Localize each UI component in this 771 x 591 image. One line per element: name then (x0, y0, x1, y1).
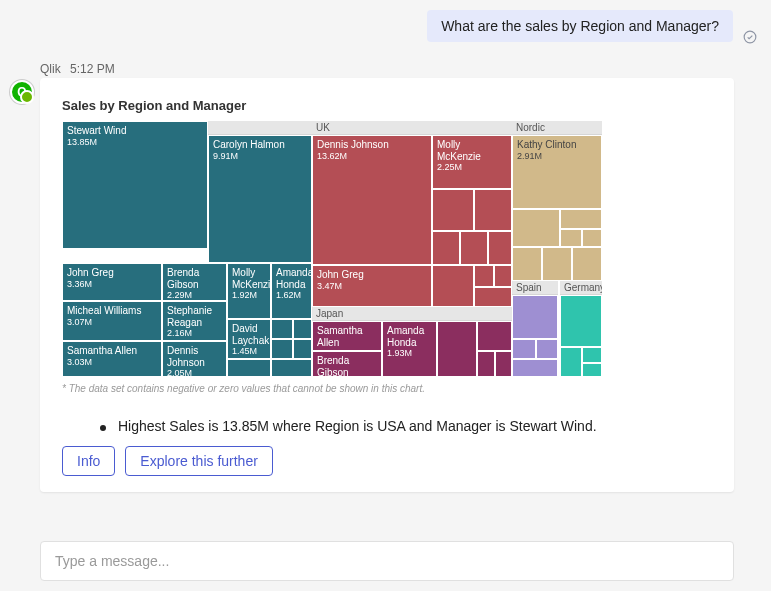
treemap-cell[interactable] (432, 231, 460, 265)
treemap-cell[interactable] (536, 339, 558, 359)
treemap-cell[interactable] (432, 189, 474, 231)
treemap-cell[interactable] (293, 319, 312, 339)
treemap-chart[interactable]: USA Stewart Wind 13.85M Carolyn Halmon 9… (62, 121, 712, 377)
bullet-icon (100, 425, 106, 431)
treemap-cell[interactable] (494, 265, 512, 287)
treemap-cell[interactable]: Amanda Honda 1.93M (382, 321, 437, 377)
treemap-cell[interactable] (460, 231, 488, 265)
treemap-cell[interactable] (582, 347, 602, 363)
treemap-cell[interactable]: Samantha Allen 3.03M (62, 341, 162, 377)
treemap-region-header: Germany (560, 281, 602, 295)
treemap-cell[interactable] (512, 247, 542, 281)
treemap-cell[interactable] (271, 319, 293, 339)
chart-title: Sales by Region and Manager (62, 98, 712, 113)
sender-meta: Qlik 5:12 PM (40, 62, 115, 76)
treemap-region-header: UK (312, 121, 512, 135)
treemap-cell[interactable] (293, 339, 312, 359)
treemap-cell[interactable] (474, 189, 512, 231)
seen-check-icon (743, 30, 757, 44)
treemap-cell[interactable]: Brenda Gibson 1.99M (312, 351, 382, 377)
treemap-cell[interactable]: Samantha Allen 2.3M (312, 321, 382, 351)
treemap-cell[interactable]: John Greg 3.47M (312, 265, 432, 307)
button-row: Info Explore this further (62, 446, 734, 476)
sender-time: 5:12 PM (70, 62, 115, 76)
treemap-cell[interactable] (512, 359, 558, 377)
treemap-cell[interactable]: Micheal Williams 3.07M (62, 301, 162, 341)
treemap-cell[interactable] (474, 265, 494, 287)
explore-button[interactable]: Explore this further (125, 446, 273, 476)
treemap-cell[interactable] (437, 321, 477, 377)
treemap-cell[interactable] (542, 247, 572, 281)
treemap-cell[interactable] (512, 339, 536, 359)
treemap-cell[interactable] (488, 231, 512, 265)
bot-avatar: Q (10, 80, 32, 102)
treemap-cell[interactable] (582, 363, 602, 377)
treemap-cell[interactable]: Dennis Johnson 2.05M (162, 341, 227, 377)
treemap-cell[interactable] (271, 339, 293, 359)
treemap-cell[interactable] (582, 229, 602, 247)
treemap-cell[interactable] (512, 209, 560, 247)
svg-point-0 (744, 31, 756, 43)
treemap-cell[interactable] (477, 321, 512, 351)
treemap-cell[interactable] (560, 347, 582, 377)
treemap-cell[interactable] (560, 209, 602, 229)
treemap-cell[interactable]: Carolyn Halmon 9.91M (208, 135, 312, 263)
treemap-cell[interactable] (432, 265, 474, 307)
treemap-cell[interactable] (560, 229, 582, 247)
chart-footnote: * The data set contains negative or zero… (62, 383, 712, 394)
insight-text: Highest Sales is 13.85M where Region is … (118, 418, 597, 434)
treemap-cell[interactable] (477, 351, 495, 377)
treemap-cell[interactable]: Brenda Gibson 2.29M (162, 263, 227, 301)
sender-name: Qlik (40, 62, 61, 76)
treemap-cell[interactable] (474, 287, 512, 307)
treemap-cell[interactable] (271, 359, 312, 377)
treemap-cell[interactable]: David Laychak 1.45M (227, 319, 271, 359)
treemap-cell[interactable]: John Greg 3.36M (62, 263, 162, 301)
treemap-cell[interactable]: Molly McKenzie 2.25M (432, 135, 512, 189)
treemap-cell[interactable]: Dennis Johnson 13.62M (312, 135, 432, 265)
message-input-bar[interactable] (40, 541, 734, 581)
treemap-cell[interactable]: Stewart Wind 13.85M (62, 121, 208, 249)
presence-online-icon (20, 90, 34, 104)
chart-area: Sales by Region and Manager USA Stewart … (40, 78, 734, 400)
treemap-cell[interactable]: Kathy Clinton 2.91M (512, 135, 602, 209)
treemap-cell[interactable]: Amanda Honda 1.62M (271, 263, 312, 319)
treemap-cell[interactable] (495, 351, 512, 377)
user-message-text: What are the sales by Region and Manager… (441, 18, 719, 34)
insight-bullet: Highest Sales is 13.85M where Region is … (100, 418, 734, 434)
treemap-region-header: Spain (512, 281, 558, 295)
message-input[interactable] (53, 552, 721, 570)
info-button[interactable]: Info (62, 446, 115, 476)
response-card: Sales by Region and Manager USA Stewart … (40, 78, 734, 492)
treemap-cell[interactable] (572, 247, 602, 281)
treemap-region-header: Japan (312, 307, 512, 321)
treemap-cell[interactable] (560, 295, 602, 347)
treemap-cell[interactable]: Molly McKenzie 1.92M (227, 263, 271, 319)
treemap-cell[interactable] (227, 359, 271, 377)
treemap-region-header: Nordic (512, 121, 602, 135)
treemap-cell[interactable]: Stephanie Reagan 2.16M (162, 301, 227, 341)
user-message-bubble: What are the sales by Region and Manager… (427, 10, 733, 42)
treemap-cell[interactable] (512, 295, 558, 339)
